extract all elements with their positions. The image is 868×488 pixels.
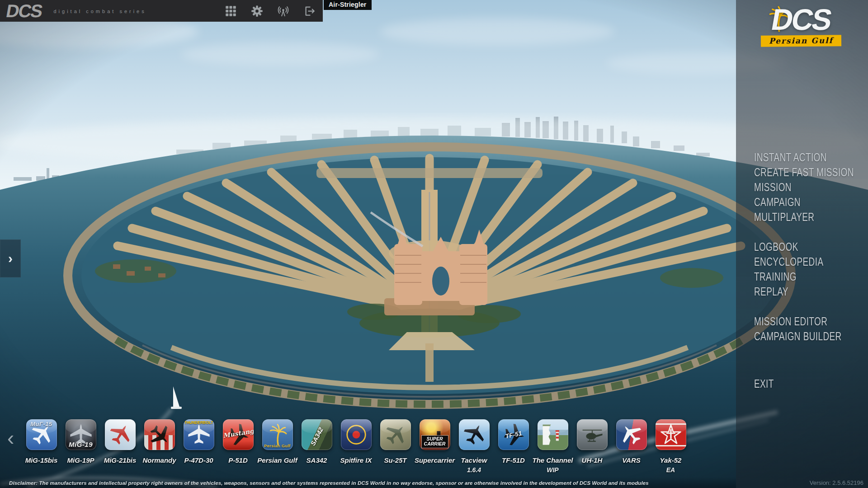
- module-tile[interactable]: MiG-19 MiG-19P: [61, 419, 100, 474]
- module-icon[interactable]: Persian Gulf: [262, 419, 293, 450]
- menu-item[interactable]: ENCYCLOPEDIA: [754, 254, 839, 269]
- module-label: Yak-52: [660, 456, 682, 464]
- icon-gloss: [380, 419, 411, 433]
- module-tile[interactable]: SUPER CARRIER Supercarrier: [415, 419, 454, 474]
- module-icon[interactable]: Mustang: [223, 419, 254, 450]
- menu-item[interactable]: MISSION: [754, 180, 839, 195]
- module-label: MiG-15bis: [25, 456, 58, 464]
- module-tile[interactable]: Persian Gulf Persian Gulf: [258, 419, 297, 474]
- module-icon[interactable]: [577, 419, 608, 450]
- menu-item[interactable]: TRAINING: [754, 269, 839, 284]
- menu-item[interactable]: CREATE FAST MISSION: [754, 165, 839, 180]
- module-tile[interactable]: Spitfire IX: [336, 419, 376, 474]
- module-label: UH-1H: [582, 456, 603, 464]
- module-icon[interactable]: [656, 419, 686, 450]
- module-tile[interactable]: TF-51 TF-51D: [494, 419, 533, 474]
- menu-item[interactable]: CAMPAIGN BUILDER: [754, 329, 839, 344]
- chevron-right-icon: ›: [8, 252, 13, 265]
- module-label: Spitfire IX: [340, 456, 372, 464]
- module-icon[interactable]: [380, 419, 411, 450]
- menu-item[interactable]: CAMPAIGN: [754, 195, 839, 210]
- module-label: Persian Gulf: [257, 456, 297, 464]
- version-label: Version: 2.5.6.52196: [810, 479, 863, 486]
- module-tile[interactable]: Tacview 1.6.4: [454, 419, 494, 474]
- icon-gloss: [538, 419, 568, 433]
- module-icon[interactable]: THUNDERBOLT: [184, 419, 214, 450]
- module-tile[interactable]: Normandy: [140, 419, 179, 474]
- module-tile[interactable]: THUNDERBOLT P-47D-30: [179, 419, 218, 474]
- icon-gloss: [341, 419, 372, 433]
- main-menu: INSTANT ACTION CREATE FAST MISSION MISSI…: [754, 150, 865, 391]
- module-manager-grid-icon[interactable]: [225, 5, 237, 17]
- module-icon-text: THUNDERBOLT: [184, 420, 214, 425]
- dcs-main-menu-screen: DCS digital combat series Air-Striegler …: [0, 0, 868, 488]
- module-tile[interactable]: Yak-52 EA: [651, 419, 690, 474]
- map-logo-banner: Persian Gulf: [761, 35, 841, 47]
- module-icon[interactable]: MiG-19: [66, 419, 96, 450]
- menu-item[interactable]: MULTIPLAYER: [754, 210, 839, 225]
- module-icon[interactable]: [616, 419, 647, 450]
- menu-item[interactable]: LOGBOOK: [754, 239, 839, 254]
- module-label: P-51D: [228, 456, 248, 464]
- menu-item[interactable]: INSTANT ACTION: [754, 150, 839, 165]
- module-tile[interactable]: VARS: [612, 419, 651, 474]
- module-icon-text: MiG-19: [66, 441, 96, 448]
- module-label: Tacview: [461, 456, 487, 464]
- module-tile[interactable]: SA342 SA342: [297, 419, 336, 474]
- module-label: SA342: [307, 456, 327, 464]
- module-tile[interactable]: Su-25T: [376, 419, 415, 474]
- module-icon[interactable]: [459, 419, 490, 450]
- dcs-logo: DCS: [5, 2, 43, 20]
- module-label: Su-25T: [384, 456, 406, 464]
- module-label: P-47D-30: [184, 456, 213, 464]
- top-bar: DCS digital combat series: [0, 0, 323, 22]
- module-tile[interactable]: МиГ-15 MiG-15bis: [22, 419, 61, 474]
- modules-row: МиГ-15 MiG-15bis MiG-19 MiG-19P: [22, 419, 690, 474]
- icon-gloss: [420, 419, 450, 433]
- icon-gloss: [577, 419, 608, 433]
- module-tile[interactable]: The Channel WIP: [533, 419, 572, 474]
- module-icon[interactable]: [144, 419, 175, 450]
- module-icon[interactable]: SUPER CARRIER: [420, 419, 450, 450]
- module-tile[interactable]: MiG-21bis: [100, 419, 140, 474]
- dcs-tagline: digital combat series: [53, 9, 146, 14]
- disclaimer-text: Disclaimer: The manufacturers and intell…: [9, 480, 649, 486]
- module-label: VARS: [622, 456, 641, 464]
- icon-gloss: [105, 419, 136, 433]
- icon-gloss: [656, 419, 686, 433]
- module-icon[interactable]: [341, 419, 372, 450]
- topbar-icon-group: [225, 0, 316, 22]
- module-icon[interactable]: [105, 419, 136, 450]
- menu-item[interactable]: REPLAY: [754, 284, 839, 299]
- icon-gloss: [459, 419, 490, 433]
- module-label: MiG-21bis: [104, 456, 137, 464]
- module-icon[interactable]: МиГ-15: [26, 419, 57, 450]
- icon-gloss: [616, 419, 647, 433]
- menu-item[interactable]: EXIT: [754, 376, 839, 391]
- module-icon-text: Persian Gulf: [262, 443, 293, 448]
- module-icon[interactable]: SA342: [302, 419, 332, 450]
- module-label: The Channel: [533, 456, 573, 464]
- module-tile[interactable]: UH-1H: [572, 419, 612, 474]
- settings-gear-icon[interactable]: [251, 5, 263, 17]
- module-sublabel: 1.6.4: [467, 466, 481, 474]
- module-label: Normandy: [142, 456, 176, 464]
- module-label: TF-51D: [502, 456, 525, 464]
- left-panel-expander[interactable]: ›: [0, 239, 21, 277]
- icon-gloss: [144, 419, 175, 433]
- main-menu-panel: DCS Persian Gulf INSTANT ACTION CREATE F…: [736, 0, 868, 488]
- logout-icon[interactable]: [303, 5, 316, 17]
- username-chip[interactable]: Air-Striegler: [324, 0, 372, 10]
- menu-item[interactable]: MISSION EDITOR: [754, 314, 839, 329]
- module-icon[interactable]: [538, 419, 568, 450]
- map-logo-brand: DCS: [769, 5, 833, 34]
- module-icon[interactable]: TF-51: [498, 419, 529, 450]
- modules-prev-chevron[interactable]: ‹: [7, 427, 14, 448]
- module-tile[interactable]: Mustang P-51D: [218, 419, 258, 474]
- map-logo-persian-gulf: DCS Persian Gulf: [752, 5, 850, 47]
- module-label: MiG-19P: [67, 456, 94, 464]
- icon-gloss: [66, 419, 96, 433]
- multiplayer-antenna-icon[interactable]: [277, 5, 289, 17]
- module-icon-text: МиГ-15: [26, 421, 57, 427]
- icon-gloss: [262, 419, 293, 433]
